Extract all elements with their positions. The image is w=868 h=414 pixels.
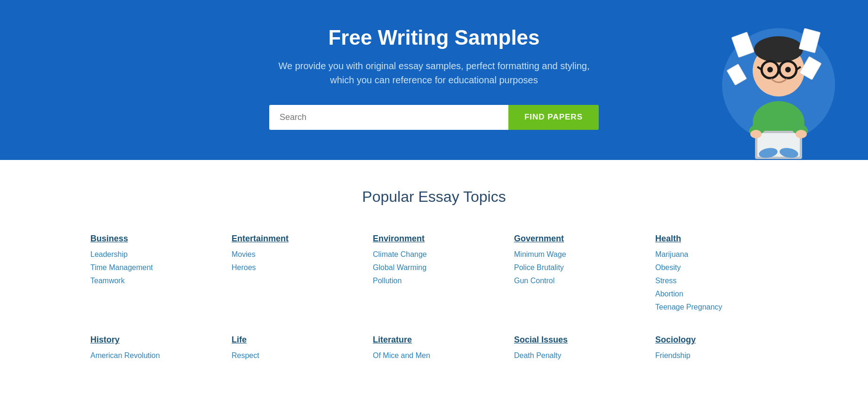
svg-point-10 (785, 67, 791, 72)
svg-point-3 (754, 36, 803, 63)
hero-title: Free Writing Samples (269, 26, 599, 49)
topic-column: HealthMarijuanaObesityStressAbortionTeen… (646, 234, 787, 316)
list-item: Police Brutality (514, 263, 636, 272)
list-item: Gun Control (514, 277, 636, 285)
hero-illustration (717, 9, 840, 160)
hero-subtitle: We provide you with original essay sampl… (269, 59, 599, 87)
section-title: Popular Essay Topics (38, 188, 830, 206)
topic-list: Respect (232, 351, 354, 360)
topic-item-link[interactable]: Stress (655, 277, 676, 285)
topic-category-link[interactable]: Sociology (655, 335, 778, 345)
topic-item-link[interactable]: Friendship (655, 351, 691, 359)
topic-list: Death Penalty (514, 351, 636, 360)
list-item: Marijuana (655, 250, 778, 259)
topic-list: Friendship (655, 351, 778, 360)
topic-column: EntertainmentMoviesHeroes (222, 234, 363, 316)
list-item: Stress (655, 277, 778, 285)
topic-list: Minimum WagePolice BrutalityGun Control (514, 250, 636, 285)
topic-list: MoviesHeroes (232, 250, 354, 272)
list-item: Minimum Wage (514, 250, 636, 259)
topic-list: LeadershipTime ManagementTeamwork (90, 250, 213, 285)
list-item: Movies (232, 250, 354, 259)
topic-column: Social IssuesDeath Penalty (505, 335, 646, 365)
find-papers-button[interactable]: FIND PAPERS (508, 105, 599, 130)
list-item: Respect (232, 351, 354, 360)
topic-category-link[interactable]: Health (655, 234, 778, 244)
topic-item-link[interactable]: Leadership (90, 250, 128, 258)
list-item: Pollution (373, 277, 495, 285)
topic-category-link[interactable]: Entertainment (232, 234, 354, 244)
topic-column: BusinessLeadershipTime ManagementTeamwor… (81, 234, 222, 316)
topic-item-link[interactable]: Marijuana (655, 250, 688, 258)
list-item: Climate Change (373, 250, 495, 259)
topic-item-link[interactable]: Teamwork (90, 277, 125, 285)
list-item: Death Penalty (514, 351, 636, 360)
svg-point-9 (767, 67, 773, 72)
topic-list: MarijuanaObesityStressAbortionTeenage Pr… (655, 250, 778, 311)
list-item: Of Mice and Men (373, 351, 495, 360)
topic-category-link[interactable]: Business (90, 234, 213, 244)
topic-item-link[interactable]: Climate Change (373, 250, 427, 258)
topic-column: LiteratureOf Mice and Men (363, 335, 505, 365)
hero-section: Free Writing Samples We provide you with… (0, 0, 868, 160)
search-input[interactable] (269, 105, 508, 130)
list-item: Friendship (655, 351, 778, 360)
hero-content: Free Writing Samples We provide you with… (269, 26, 599, 130)
topic-item-link[interactable]: Death Penalty (514, 351, 562, 359)
topic-category-link[interactable]: History (90, 335, 213, 345)
topic-item-link[interactable]: Global Warming (373, 263, 426, 271)
topic-item-link[interactable]: Of Mice and Men (373, 351, 430, 359)
svg-point-15 (750, 130, 762, 138)
topic-category-link[interactable]: Government (514, 234, 636, 244)
topic-column: LifeRespect (222, 335, 363, 365)
list-item: Time Management (90, 263, 213, 272)
topic-item-link[interactable]: Obesity (655, 263, 681, 271)
topic-list: American Revolution (90, 351, 213, 360)
topic-item-link[interactable]: Heroes (232, 263, 256, 271)
topic-item-link[interactable]: Gun Control (514, 277, 555, 285)
list-item: Obesity (655, 263, 778, 272)
topic-category-link[interactable]: Life (232, 335, 354, 345)
topic-list: Of Mice and Men (373, 351, 495, 360)
list-item: American Revolution (90, 351, 213, 360)
topics-grid-row2: HistoryAmerican RevolutionLifeRespectLit… (81, 335, 787, 365)
topic-category-link[interactable]: Social Issues (514, 335, 636, 345)
list-item: Global Warming (373, 263, 495, 272)
topic-category-link[interactable]: Literature (373, 335, 495, 345)
search-bar: FIND PAPERS (269, 105, 599, 130)
topics-grid-row1: BusinessLeadershipTime ManagementTeamwor… (81, 234, 787, 316)
topic-item-link[interactable]: Police Brutality (514, 263, 564, 271)
topic-item-link[interactable]: Abortion (655, 290, 683, 298)
topic-category-link[interactable]: Environment (373, 234, 495, 244)
main-content: Popular Essay Topics BusinessLeadershipT… (0, 160, 868, 393)
topic-item-link[interactable]: American Revolution (90, 351, 160, 359)
topic-item-link[interactable]: Movies (232, 250, 256, 258)
list-item: Heroes (232, 263, 354, 272)
topic-item-link[interactable]: Pollution (373, 277, 402, 285)
topic-list: Climate ChangeGlobal WarmingPollution (373, 250, 495, 285)
list-item: Teamwork (90, 277, 213, 285)
topic-column: GovernmentMinimum WagePolice BrutalityGu… (505, 234, 646, 316)
topic-item-link[interactable]: Respect (232, 351, 259, 359)
list-item: Teenage Pregnancy (655, 303, 778, 311)
topic-column: HistoryAmerican Revolution (81, 335, 222, 365)
topic-item-link[interactable]: Minimum Wage (514, 250, 566, 258)
list-item: Abortion (655, 290, 778, 298)
topic-item-link[interactable]: Teenage Pregnancy (655, 303, 722, 311)
topic-item-link[interactable]: Time Management (90, 263, 153, 271)
svg-point-16 (796, 130, 807, 138)
topic-column: SociologyFriendship (646, 335, 787, 365)
topic-column: EnvironmentClimate ChangeGlobal WarmingP… (363, 234, 505, 316)
list-item: Leadership (90, 250, 213, 259)
